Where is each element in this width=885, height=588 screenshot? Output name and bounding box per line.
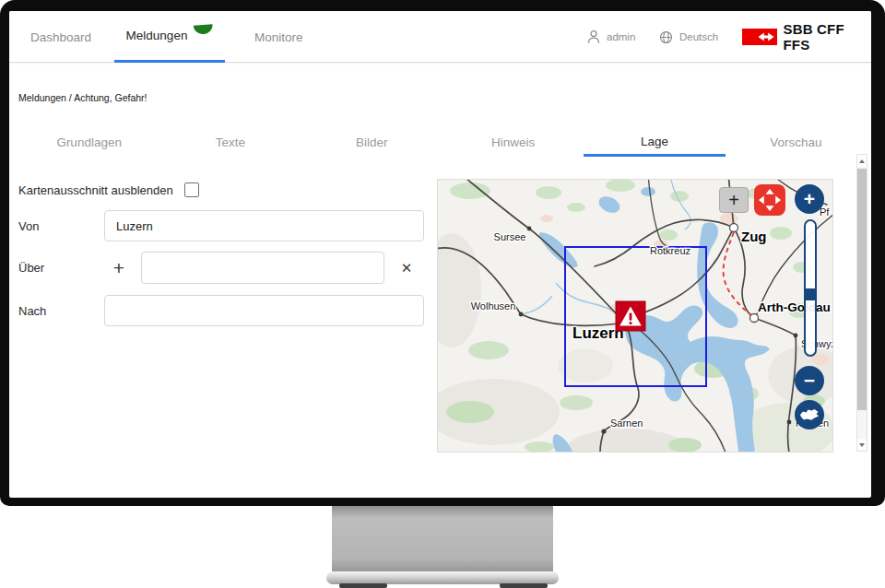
tab-hinweis[interactable]: Hinweis — [442, 128, 584, 157]
plus-icon: + — [728, 190, 739, 211]
brand-name: SBB CFF FFS — [783, 21, 871, 53]
von-input[interactable] — [104, 210, 424, 241]
town-label-sursee: Sursee — [494, 231, 526, 242]
hide-map-label: Kartenausschnitt ausblenden — [18, 182, 173, 197]
close-icon: ✕ — [401, 260, 413, 276]
map-canvas[interactable]: Sursee Wolhusen Rotkreuz Zug Arth-Goldau… — [438, 180, 832, 452]
ueber-input[interactable] — [141, 252, 384, 284]
town-label-zug: Zug — [741, 229, 767, 244]
language-label: Deutsch — [679, 31, 718, 42]
nav-item-meldungen[interactable]: Meldungen — [114, 11, 225, 63]
tab-texte[interactable]: Texte — [159, 128, 301, 157]
nach-label: Nach — [18, 295, 46, 326]
monitor-foot-right — [500, 583, 548, 588]
globe-icon — [659, 30, 673, 44]
town-label-wolhusen: Wolhusen — [471, 300, 516, 312]
app-window: Dashboard Meldungen Monitore admin — [9, 11, 871, 498]
monitor-foot-left — [339, 583, 387, 588]
map-zoom-slider[interactable] — [804, 219, 817, 357]
tab-lage[interactable]: Lage — [584, 128, 725, 157]
town-label-rotkreuz: Rotkreuz — [650, 245, 690, 256]
tab-bilder[interactable]: Bilder — [301, 128, 442, 157]
map-container[interactable]: Sursee Wolhusen Rotkreuz Zug Arth-Goldau… — [438, 180, 832, 452]
nav-meldungen-label: Meldungen — [126, 29, 188, 42]
town-label-pf: Pf — [820, 206, 830, 218]
tab-vorschau[interactable]: Vorschau — [726, 128, 867, 157]
map-railway-disruption-line — [724, 232, 752, 316]
tab-bar: Grundlagen Texte Bilder Hinweis Lage Vor… — [18, 128, 867, 157]
tab-grundlagen[interactable]: Grundlagen — [18, 128, 159, 157]
user-menu[interactable]: admin — [587, 11, 635, 63]
app-header: Dashboard Meldungen Monitore admin — [9, 11, 871, 63]
switzerland-outline-icon — [799, 408, 820, 421]
breadcrumb: Meldungen / Achtung, Gefahr! — [18, 92, 148, 103]
nav-item-dashboard[interactable]: Dashboard — [30, 11, 91, 63]
nach-input[interactable] — [104, 295, 424, 326]
monitor-stand-neck — [332, 506, 553, 572]
scroll-up-button[interactable] — [857, 155, 867, 167]
map-overview-button[interactable]: + — [719, 187, 749, 213]
von-label: Von — [18, 210, 39, 241]
sbb-logo-icon — [742, 29, 777, 45]
map-zoom-slider-handle[interactable] — [805, 288, 816, 300]
map-reset-switzerland-button[interactable] — [795, 400, 824, 429]
nav-monitore-label: Monitore — [254, 30, 303, 44]
language-menu[interactable]: Deutsch — [659, 11, 718, 63]
minus-icon: − — [804, 370, 815, 392]
town-label-arth-goldau: Arth-Goldau — [758, 300, 831, 314]
clear-via-button[interactable]: ✕ — [397, 252, 416, 284]
arrow-down-icon — [859, 443, 865, 447]
user-name: admin — [607, 31, 635, 42]
user-icon — [587, 29, 600, 44]
map-pan-button[interactable] — [754, 184, 785, 216]
monitor-stand-base — [326, 571, 559, 584]
monitor-mockup: Dashboard Meldungen Monitore admin — [0, 0, 885, 588]
plus-icon: + — [804, 188, 815, 210]
content-scrollbar[interactable] — [856, 154, 867, 452]
add-via-button[interactable]: + — [109, 252, 129, 284]
map-zoom-in-button[interactable]: + — [795, 184, 824, 214]
hide-map-checkbox[interactable] — [184, 182, 199, 197]
nav-item-monitore[interactable]: Monitore — [254, 11, 303, 63]
town-label-sarnen: Sarnen — [610, 417, 643, 429]
pan-arrows-icon — [754, 184, 785, 216]
nav-dashboard-label: Dashboard — [30, 30, 91, 44]
plus-icon: + — [113, 257, 124, 279]
map-zoom-out-button[interactable]: − — [795, 366, 824, 395]
ueber-label: Über — [18, 252, 44, 284]
brand-logo: SBB CFF FFS — [742, 11, 871, 63]
scrollbar-thumb[interactable] — [857, 169, 867, 410]
arrow-up-icon — [859, 159, 865, 163]
meldungen-status-icon — [194, 24, 214, 34]
scroll-down-button[interactable] — [857, 439, 867, 451]
map-warning-marker[interactable] — [616, 301, 645, 331]
